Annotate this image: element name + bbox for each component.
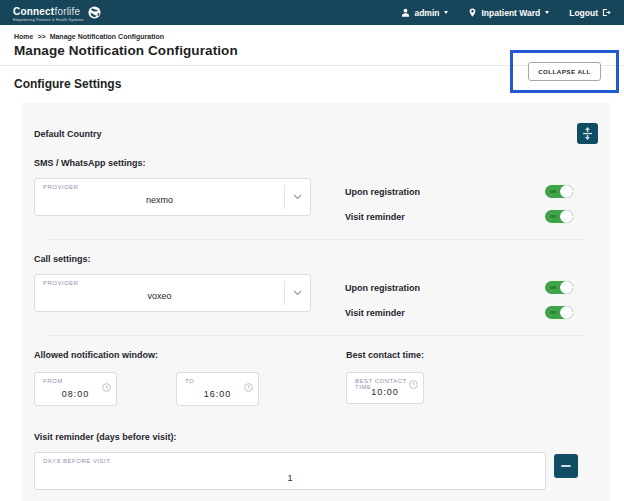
sms-toggles: Upon registration on Visit reminder on — [345, 185, 573, 223]
call-section-heading: Call settings: — [34, 254, 598, 264]
days-before-visit-label: DAYS BEFORE VISIT — [43, 458, 110, 464]
country-header-row: Default Country — [34, 123, 598, 144]
window-headings-row: Allowed notification window: Best contac… — [34, 350, 598, 360]
logo-text: Connectforlife Empowering Patients & Hea… — [13, 2, 84, 23]
user-menu[interactable]: admin — [401, 8, 448, 18]
minus-icon — [561, 465, 571, 467]
toggle-row: Upon registration on — [345, 281, 573, 294]
screen: Connectforlife Empowering Patients & Hea… — [0, 0, 624, 501]
breadcrumb-home-link[interactable]: Home — [14, 33, 33, 40]
chevron-down-icon — [284, 281, 310, 305]
window-fields: FROM 08:00 TO 16:00 — [34, 372, 259, 406]
country-label: Default Country — [34, 129, 102, 139]
location-pin-icon — [468, 8, 477, 17]
sms-visit-reminder-toggle[interactable]: on — [545, 210, 573, 223]
toggle-on-text: on — [550, 213, 556, 219]
call-visit-reminder-label: Visit reminder — [345, 308, 405, 318]
chevron-down-icon — [284, 185, 310, 209]
toggle-knob — [560, 185, 573, 198]
from-time-value: 08:00 — [35, 389, 116, 399]
from-time-field[interactable]: FROM 08:00 — [34, 372, 117, 406]
best-contact-time-field[interactable]: BEST CONTACT TIME 10:00 — [346, 372, 424, 404]
section-divider — [46, 239, 586, 240]
best-contact-field-wrap: BEST CONTACT TIME 10:00 — [346, 372, 424, 404]
toggle-knob — [560, 281, 573, 294]
call-provider-dropdown[interactable]: PROVIDER voxeo — [34, 274, 311, 312]
logo-tagline: Empowering Patients & Health Systems — [13, 19, 84, 23]
call-upon-registration-toggle[interactable]: on — [545, 281, 573, 294]
best-contact-time-value: 10:00 — [347, 387, 423, 397]
expand-section-button[interactable] — [577, 123, 598, 144]
user-icon — [401, 8, 410, 17]
toggle-knob — [560, 306, 573, 319]
user-menu-label: admin — [414, 8, 439, 18]
to-time-field[interactable]: TO 16:00 — [176, 372, 259, 406]
expand-vertical-icon — [582, 127, 593, 140]
sms-provider-value: nexmo — [35, 195, 284, 205]
toggle-on-text: on — [550, 284, 556, 290]
visit-reminder-row: DAYS BEFORE VISIT 1 — [34, 452, 598, 490]
sms-upon-registration-label: Upon registration — [345, 187, 420, 197]
topbar-menu: admin Inpatient Ward Logout — [401, 8, 611, 18]
sms-upon-registration-toggle[interactable]: on — [545, 185, 573, 198]
breadcrumb-current: Manage Notification Configuration — [50, 33, 164, 40]
sms-provider-dropdown[interactable]: PROVIDER nexmo — [34, 178, 311, 216]
app-logo[interactable]: Connectforlife Empowering Patients & Hea… — [13, 2, 101, 23]
toggle-on-text: on — [550, 188, 556, 194]
toggle-row: Visit reminder on — [345, 306, 573, 319]
breadcrumb-separator: >> — [37, 33, 45, 40]
caret-down-icon — [444, 11, 448, 14]
days-before-visit-field[interactable]: DAYS BEFORE VISIT 1 — [34, 452, 546, 490]
toggle-on-text: on — [550, 309, 556, 315]
section-divider — [46, 335, 586, 336]
toggle-row: Visit reminder on — [345, 210, 573, 223]
call-toggles: Upon registration on Visit reminder on — [345, 281, 573, 319]
to-field-label: TO — [185, 378, 194, 384]
call-visit-reminder-toggle[interactable]: on — [545, 306, 573, 319]
to-time-value: 16:00 — [177, 389, 258, 399]
time-fields-row: FROM 08:00 TO 16:00 — [34, 372, 598, 406]
best-contact-heading: Best contact time: — [346, 350, 424, 360]
logo-brand-bold: Connect — [13, 6, 54, 17]
call-provider-label: PROVIDER — [43, 280, 78, 286]
from-field-label: FROM — [43, 378, 63, 384]
sms-visit-reminder-label: Visit reminder — [345, 212, 405, 222]
visit-reminder-heading: Visit reminder (days before visit): — [34, 432, 598, 442]
window-section-heading: Allowed notification window: — [34, 350, 346, 360]
settings-panel: Default Country SMS / WhatsApp settings:… — [22, 103, 610, 501]
sms-provider-label: PROVIDER — [43, 184, 78, 190]
configure-settings-heading: Configure Settings — [14, 77, 121, 91]
top-bar: Connectforlife Empowering Patients & Hea… — [0, 0, 624, 25]
logo-brand-light: forlife — [54, 6, 80, 17]
caret-down-icon — [545, 11, 549, 14]
location-menu-label: Inpatient Ward — [481, 8, 540, 18]
location-menu[interactable]: Inpatient Ward — [468, 8, 549, 18]
breadcrumb: Home >> Manage Notification Configuratio… — [14, 33, 610, 40]
toggle-knob — [560, 210, 573, 223]
call-upon-registration-label: Upon registration — [345, 283, 420, 293]
logout-button[interactable]: Logout — [569, 8, 611, 18]
collapse-all-button[interactable]: COLLAPSE ALL — [528, 62, 601, 81]
logout-label: Logout — [569, 8, 598, 18]
call-section-body: PROVIDER voxeo Upon registration on Visi… — [34, 274, 598, 319]
remove-row-button[interactable] — [554, 454, 578, 478]
logout-icon — [602, 8, 611, 17]
sms-section-heading: SMS / WhatsApp settings: — [34, 158, 598, 168]
globe-icon — [88, 6, 101, 19]
toggle-row: Upon registration on — [345, 185, 573, 198]
days-before-visit-value: 1 — [35, 473, 545, 483]
annotation-highlight-box: COLLAPSE ALL — [510, 50, 619, 93]
sms-section-body: PROVIDER nexmo Upon registration on Visi… — [34, 178, 598, 223]
call-provider-value: voxeo — [35, 291, 284, 301]
